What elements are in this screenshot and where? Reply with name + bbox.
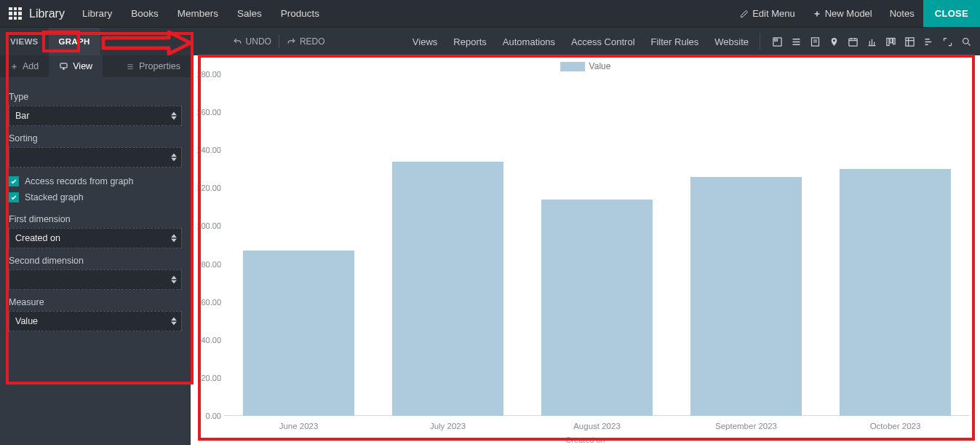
undo-redo-group: UNDO REDO bbox=[226, 28, 332, 55]
kanban-view-icon[interactable] bbox=[883, 34, 899, 50]
checkbox-checked-icon bbox=[9, 176, 19, 186]
select-chevrons-icon bbox=[171, 112, 177, 120]
view-type-icons bbox=[763, 34, 980, 50]
link-views[interactable]: Views bbox=[405, 28, 445, 55]
link-reports[interactable]: Reports bbox=[445, 28, 495, 55]
select-chevrons-icon bbox=[171, 235, 177, 243]
main-area: Add View Properties Type Bar bbox=[0, 55, 980, 445]
y-tick-label: 120.00 bbox=[191, 184, 221, 192]
stacked-graph-checkbox[interactable]: Stacked graph bbox=[9, 192, 182, 202]
list-view-icon[interactable] bbox=[788, 34, 804, 50]
type-select[interactable]: Bar bbox=[9, 106, 182, 126]
pivot-view-icon[interactable] bbox=[901, 34, 917, 50]
chart-bar[interactable] bbox=[840, 169, 952, 416]
redo-button[interactable]: REDO bbox=[279, 36, 332, 47]
chart-canvas: Value 0.0020.0040.0060.0080.00100.00120.… bbox=[191, 55, 980, 445]
graph-view-icon[interactable] bbox=[864, 34, 880, 50]
chart-bar[interactable] bbox=[541, 200, 653, 416]
edit-menu-label: Edit Menu bbox=[752, 8, 795, 19]
app-brand[interactable]: Library bbox=[29, 7, 65, 20]
panel-tab-view[interactable]: View bbox=[49, 55, 103, 77]
undo-label: UNDO bbox=[246, 36, 271, 47]
form-view-icon[interactable] bbox=[769, 34, 785, 50]
link-access-control[interactable]: Access Control bbox=[563, 28, 642, 55]
access-records-label: Access records from graph bbox=[25, 176, 133, 186]
first-dimension-value: Created on bbox=[15, 233, 60, 243]
sorting-label: Sorting bbox=[9, 133, 182, 143]
close-button[interactable]: CLOSE bbox=[923, 0, 980, 27]
subtab-views[interactable]: VIEWS bbox=[0, 28, 49, 55]
undo-button[interactable]: UNDO bbox=[226, 36, 279, 47]
svg-rect-4 bbox=[886, 38, 888, 45]
menu-members[interactable]: Members bbox=[178, 8, 218, 19]
calendar-view-icon[interactable] bbox=[845, 34, 861, 50]
plus-icon bbox=[10, 63, 18, 71]
measure-value: Value bbox=[15, 316, 38, 326]
redo-label: REDO bbox=[300, 36, 325, 47]
select-chevrons-icon bbox=[171, 318, 177, 326]
pencil-icon bbox=[740, 9, 749, 18]
y-tick-label: 0.00 bbox=[191, 411, 221, 420]
link-automations[interactable]: Automations bbox=[495, 28, 563, 55]
topbar-right: Edit Menu New Model Notes CLOSE bbox=[731, 0, 980, 27]
y-tick-label: 20.00 bbox=[191, 374, 221, 382]
link-website[interactable]: Website bbox=[706, 28, 757, 55]
legend-swatch bbox=[560, 62, 585, 71]
svg-rect-6 bbox=[893, 38, 895, 44]
x-tick-label: September 2023 bbox=[715, 422, 777, 430]
search-icon[interactable] bbox=[958, 34, 974, 50]
type-label: Type bbox=[9, 92, 182, 102]
new-model-button[interactable]: New Model bbox=[804, 0, 881, 27]
apps-grid-icon[interactable] bbox=[9, 7, 22, 20]
panel-tab-add-label: Add bbox=[23, 61, 39, 71]
menu-library[interactable]: Library bbox=[82, 8, 112, 19]
secondary-toolbar: VIEWS GRAPH UNDO REDO Views Reports Auto… bbox=[0, 28, 980, 55]
new-model-label: New Model bbox=[825, 8, 872, 19]
second-dimension-label: Second dimension bbox=[9, 256, 182, 266]
second-dimension-select[interactable] bbox=[9, 269, 182, 290]
link-filter-rules[interactable]: Filter Rules bbox=[643, 28, 707, 55]
first-dimension-label: First dimension bbox=[9, 214, 182, 224]
x-tick-label: October 2023 bbox=[870, 422, 921, 430]
redo-icon bbox=[287, 37, 296, 47]
measure-select[interactable]: Value bbox=[9, 311, 182, 331]
chart-bar[interactable] bbox=[243, 251, 355, 416]
undo-icon bbox=[233, 37, 242, 47]
x-tick-label: June 2023 bbox=[279, 422, 319, 430]
map-view-icon[interactable] bbox=[826, 34, 842, 50]
svg-point-8 bbox=[963, 38, 968, 44]
x-axis-title: Created on bbox=[565, 436, 605, 444]
menu-books[interactable]: Books bbox=[131, 8, 159, 19]
monitor-icon bbox=[59, 62, 68, 71]
svg-rect-5 bbox=[890, 38, 892, 42]
gantt-view-icon[interactable] bbox=[920, 34, 936, 50]
select-chevrons-icon bbox=[171, 154, 177, 162]
menu-products[interactable]: Products bbox=[281, 8, 319, 19]
panel-tab-properties[interactable]: Properties bbox=[116, 55, 191, 77]
activity-view-icon[interactable] bbox=[807, 34, 823, 50]
panel-tab-properties-label: Properties bbox=[139, 61, 180, 71]
panel-tab-add[interactable]: Add bbox=[0, 55, 49, 77]
menu-sales[interactable]: Sales bbox=[237, 8, 262, 19]
config-sidebar: Add View Properties Type Bar bbox=[0, 55, 191, 445]
edit-menu-button[interactable]: Edit Menu bbox=[731, 0, 804, 27]
access-records-checkbox[interactable]: Access records from graph bbox=[9, 176, 182, 186]
notes-button[interactable]: Notes bbox=[881, 0, 923, 27]
sorting-select[interactable] bbox=[9, 147, 182, 168]
y-tick-label: 80.00 bbox=[191, 260, 221, 269]
list-icon bbox=[126, 63, 135, 71]
subtab-graph-label: GRAPH bbox=[59, 37, 90, 46]
expand-icon[interactable] bbox=[939, 34, 955, 50]
chart-legend: Value bbox=[560, 61, 611, 71]
view-config-form: Type Bar Sorting bbox=[0, 77, 191, 334]
first-dimension-select[interactable]: Created on bbox=[9, 228, 182, 248]
subtab-graph[interactable]: GRAPH bbox=[49, 28, 100, 55]
stacked-graph-label: Stacked graph bbox=[25, 192, 84, 202]
chart-bar[interactable] bbox=[690, 177, 802, 416]
checkbox-checked-icon bbox=[9, 192, 19, 202]
subtab-views-label: VIEWS bbox=[10, 37, 39, 46]
y-tick-label: 180.00 bbox=[191, 70, 221, 79]
svg-rect-1 bbox=[774, 39, 777, 41]
chart-bar[interactable] bbox=[392, 162, 504, 416]
legend-label: Value bbox=[589, 61, 611, 71]
